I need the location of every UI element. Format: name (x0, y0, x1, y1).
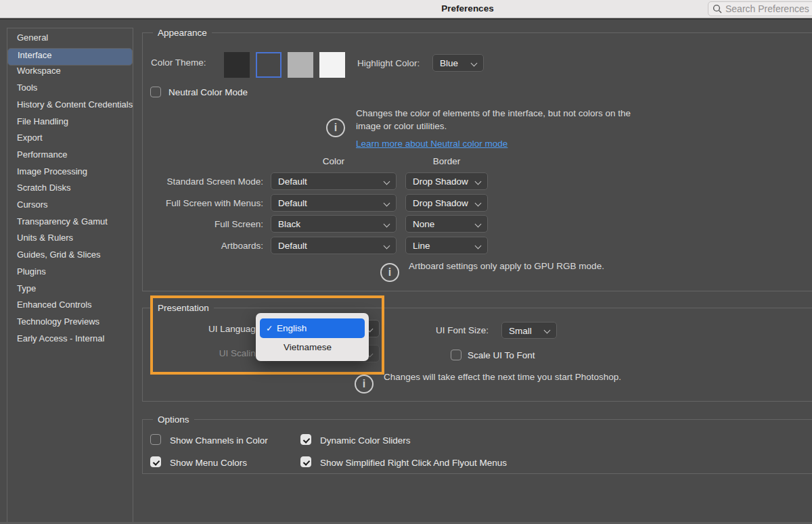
menu-item-english-label: English (277, 323, 307, 333)
checkbox-show-channels-in-color[interactable] (150, 434, 161, 445)
ui-font-size-select[interactable]: Small (501, 322, 557, 339)
column-header-color: Color (271, 156, 397, 166)
sidebar-item-technology-previews[interactable]: Technology Previews (7, 315, 133, 328)
chevron-down-icon (475, 221, 482, 228)
screen-mode-row-label: Full Screen: (143, 219, 263, 229)
color-theme-swatch-dark[interactable] (224, 52, 250, 78)
sidebar-item-tools[interactable]: Tools (7, 81, 133, 94)
checkbox-show-simplified-right-click-and-flyout-menus[interactable] (300, 456, 311, 467)
color-theme-swatch-white[interactable] (319, 52, 345, 78)
menu-item-english[interactable] (260, 318, 365, 338)
scale-ui-to-font-checkbox[interactable] (451, 350, 461, 360)
info-icon: i (326, 118, 345, 137)
sidebar-item-workspace[interactable]: Workspace (7, 64, 133, 77)
sidebar-item-file-handling[interactable]: File Handling (7, 115, 133, 128)
preferences-sidebar: GeneralInterfaceWorkspaceToolsHistory & … (7, 28, 133, 524)
search-icon (713, 4, 722, 14)
border-select[interactable]: None (405, 215, 488, 233)
ui-language-menu: ✓ English Vietnamese (256, 313, 369, 361)
info-icon: i (355, 375, 374, 394)
color-theme-label: Color Theme: (151, 57, 206, 68)
color-select[interactable]: Default (271, 237, 397, 254)
neutral-color-mode-label: Neutral Color Mode (168, 87, 248, 97)
checkbox-dynamic-color-sliders[interactable] (300, 434, 311, 445)
column-header-border: Border (405, 156, 488, 166)
checkmark-icon: ✓ (266, 323, 273, 333)
sidebar-item-interface[interactable]: Interface (7, 48, 133, 66)
sidebar-item-cursors[interactable]: Cursors (7, 198, 133, 211)
screen-mode-row-label: Standard Screen Mode: (143, 176, 263, 187)
chevron-down-icon (475, 243, 482, 249)
color-select[interactable]: Black (271, 215, 397, 233)
restart-note: Changes will take effect the next time y… (384, 372, 621, 382)
info-icon: i (380, 263, 399, 282)
checkbox-label: Show Channels in Color (170, 435, 268, 446)
sidebar-item-transparency-gamut[interactable]: Transparency & Gamut (7, 215, 133, 228)
learn-more-link[interactable]: Learn more about Neutral color mode (356, 139, 508, 149)
options-group: Options Show Channels in ColorDynamic Co… (142, 419, 812, 474)
sidebar-item-enhanced-controls[interactable]: Enhanced Controls (7, 298, 133, 311)
chevron-down-icon (544, 327, 551, 333)
search-placeholder: Search Preferences (725, 3, 809, 14)
chevron-down-icon (384, 243, 390, 249)
checkbox-label: Show Menu Colors (170, 458, 247, 468)
appearance-legend: Appearance (153, 28, 212, 39)
neutral-color-mode-checkbox[interactable] (150, 87, 161, 97)
sidebar-item-guides-grid-slices[interactable]: Guides, Grid & Slices (7, 248, 133, 261)
neutral-info-line2: image or color utilities. (356, 121, 447, 131)
sidebar-item-export[interactable]: Export (7, 131, 133, 144)
screen-mode-row-label: Artboards: (143, 241, 263, 251)
menu-item-vietnamese[interactable]: Vietnamese (284, 342, 332, 352)
window-title: Preferences (434, 3, 501, 14)
checkbox-label: Show Simplified Right Click And Flyout M… (320, 458, 507, 468)
chevron-down-icon (384, 178, 390, 185)
sidebar-item-general[interactable]: General (7, 31, 133, 44)
sidebar-item-scratch-disks[interactable]: Scratch Disks (7, 181, 133, 194)
options-legend: Options (153, 414, 194, 425)
chevron-down-icon (471, 60, 478, 67)
checkbox-show-menu-colors[interactable] (150, 456, 161, 467)
ui-font-size-label: UI Font Size: (436, 325, 489, 335)
chevron-down-icon (475, 178, 482, 185)
sidebar-item-image-processing[interactable]: Image Processing (7, 165, 133, 178)
chevron-down-icon (384, 200, 390, 207)
sidebar-item-type[interactable]: Type (7, 282, 133, 295)
border-select[interactable]: Drop Shadow (405, 194, 488, 212)
highlight-color-select[interactable]: Blue (432, 54, 484, 72)
sidebar-item-performance[interactable]: Performance (7, 148, 133, 161)
appearance-group: Appearance Color Theme: Highlight Color:… (142, 32, 812, 291)
scale-ui-to-font-label: Scale UI To Font (468, 350, 535, 360)
sidebar-item-plugins[interactable]: Plugins (7, 265, 133, 278)
search-field[interactable]: Search Preferences (708, 1, 812, 16)
color-theme-swatch-selected[interactable] (256, 52, 281, 78)
color-select[interactable]: Default (271, 172, 397, 190)
chevron-down-icon (475, 200, 482, 207)
border-select[interactable]: Line (405, 237, 488, 254)
artboard-note: Artboard settings only apply to GPU RGB … (409, 261, 604, 271)
border-select[interactable]: Drop Shadow (405, 172, 488, 190)
screen-mode-row-label: Full Screen with Menus: (143, 198, 263, 208)
highlight-color-label: Highlight Color: (357, 58, 420, 68)
sidebar-item-history-content-credentials[interactable]: History & Content Credentials (7, 98, 133, 111)
color-select[interactable]: Default (271, 194, 397, 212)
color-theme-swatch-light-gray[interactable] (288, 52, 313, 78)
sidebar-item-early-access-internal[interactable]: Early Access - Internal (7, 332, 133, 345)
checkbox-label: Dynamic Color Sliders (320, 435, 411, 446)
titlebar: Preferences Search Preferences (0, 0, 812, 18)
chevron-down-icon (384, 221, 390, 228)
neutral-info-line1: Changes the color of elements of the int… (356, 108, 631, 118)
sidebar-item-units-rulers[interactable]: Units & Rulers (7, 231, 133, 244)
